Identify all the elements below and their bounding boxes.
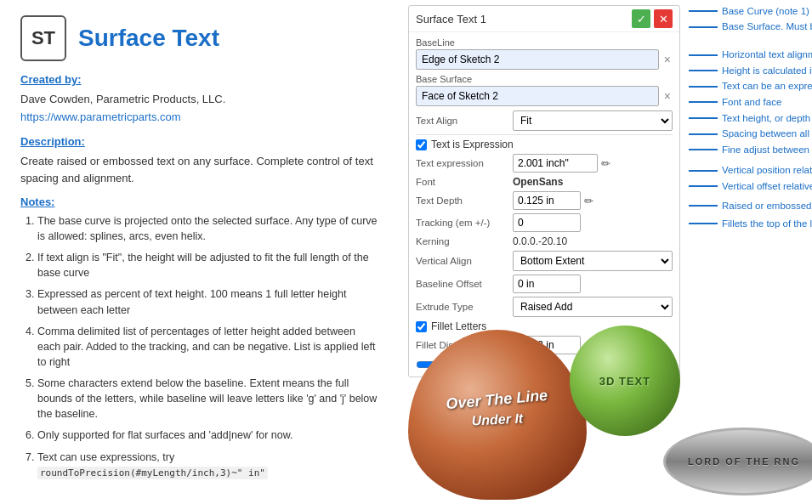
anno-dash-12 xyxy=(689,205,718,207)
baseline-offset-row: Baseline Offset xyxy=(416,275,673,293)
list-item: Comma delimited list of percentages of l… xyxy=(37,324,379,370)
annotations-area: Base Curve (note 1) Base Surface. Must b… xyxy=(689,5,812,233)
text-align-label: Text Align xyxy=(416,116,509,126)
anno-dash-8 xyxy=(689,133,718,135)
annotation-line-13: Fillets the top of the letters. (note 6) xyxy=(689,218,812,230)
baseline-input[interactable] xyxy=(416,49,659,70)
anno-dash-3 xyxy=(689,54,718,56)
tracking-row: Tracking (em +/-) xyxy=(416,213,673,232)
text-is-expression-label: Text is Expression xyxy=(431,139,514,150)
annotation-line-9: Fine adjust between each letter pair (no… xyxy=(689,144,812,156)
text-expression-row: Text expression ✏ xyxy=(416,154,673,173)
anno-text-5: Text can be an expression, (note 7) xyxy=(722,80,812,93)
anno-text-1: Base Curve (note 1) xyxy=(722,5,809,18)
annotation-line-3: Horizontal text alignment (note 2) xyxy=(689,48,812,61)
text-align-select[interactable]: Fit xyxy=(513,110,673,131)
edit-icon[interactable]: ✏ xyxy=(601,157,610,170)
copper-text-under: Under It xyxy=(471,411,523,428)
anno-dash-10 xyxy=(689,170,718,172)
baseline-offset-label: Baseline Offset xyxy=(416,279,509,289)
anno-dash-13 xyxy=(689,223,718,224)
anno-dash-2 xyxy=(689,26,718,28)
st-icon: ST xyxy=(20,15,66,61)
form-title-buttons: ✓ ✕ xyxy=(632,9,673,28)
baseline-offset-input[interactable] xyxy=(513,275,581,293)
list-item: Expressed as percent of text height. 100… xyxy=(37,286,379,317)
anno-text-6: Font and face xyxy=(722,96,781,109)
anno-text-12: Raised or embossed text xyxy=(722,200,812,212)
vertical-align-select[interactable]: Bottom Extent xyxy=(513,251,673,271)
form-title: Surface Text 1 xyxy=(416,13,486,25)
base-surface-input-row: × xyxy=(416,86,673,106)
anno-dash-5 xyxy=(689,86,718,88)
silver-ring-image: LORD OF THE RNG xyxy=(663,428,812,496)
anno-dash-6 xyxy=(689,101,718,103)
anno-dash-7 xyxy=(689,117,718,119)
anno-text-11: Vertical offset relative to base curve xyxy=(722,180,812,193)
text-depth-edit-icon[interactable]: ✏ xyxy=(584,195,593,207)
text-expression-label: Text expression xyxy=(416,158,509,168)
left-panel: ST Surface Text Created by: Dave Cowden,… xyxy=(0,0,400,504)
annotation-line-8: Spacing between all characters (note 3 ) xyxy=(689,127,812,140)
annotation-line-5: Text can be an expression, (note 7) xyxy=(689,80,812,93)
annotation-line-10: Vertical position relative to base curve… xyxy=(689,164,812,177)
base-surface-field-group: Base Surface × xyxy=(416,74,673,106)
ring-text: LORD OF THE RNG xyxy=(688,456,800,467)
author-info: Dave Cowden, Parametric Products, LLC. h… xyxy=(20,91,379,127)
anno-text-10: Vertical position relative to base curve… xyxy=(722,164,812,177)
text-depth-label: Text Depth xyxy=(416,195,509,206)
list-item: The base curve is projected onto the sel… xyxy=(37,213,379,244)
copper-text-over: Over The Line xyxy=(446,387,548,414)
anno-dash-11 xyxy=(689,185,718,187)
anno-text-7: Text height, or depth of cut if Type=Cut… xyxy=(722,112,812,125)
font-label: Font xyxy=(416,177,509,187)
tracking-label: Tracking (em +/-) xyxy=(416,218,509,228)
annotation-line-2: Base Surface. Must be a solid face for c… xyxy=(689,20,812,33)
text-depth-row: Text Depth ✏ xyxy=(416,191,673,210)
annotation-line-1: Base Curve (note 1) xyxy=(689,5,812,18)
extrude-type-row: Extrude Type Raised Add xyxy=(416,297,673,317)
text-is-expression-checkbox[interactable] xyxy=(416,139,427,150)
vertical-align-label: Vertical Align xyxy=(416,256,509,266)
anno-text-2: Base Surface. Must be a solid face for c… xyxy=(722,20,812,33)
tracking-input[interactable] xyxy=(513,213,581,232)
extrude-type-label: Extrude Type xyxy=(416,302,509,312)
baseline-label: BaseLine xyxy=(416,37,673,48)
base-surface-label: Base Surface xyxy=(416,74,673,84)
cancel-button[interactable]: ✕ xyxy=(654,9,673,28)
title-row: ST Surface Text xyxy=(20,15,379,61)
anno-dash-1 xyxy=(689,10,718,12)
confirm-button[interactable]: ✓ xyxy=(632,9,650,28)
list-item: Text can use expressions, try roundToPre… xyxy=(37,450,379,480)
list-item: Only supported for flat surfaces and 'ad… xyxy=(37,428,379,443)
description-text: Create raised or embossed text on any su… xyxy=(20,153,379,187)
kerning-label: Kerning xyxy=(416,236,509,246)
text-expression-input[interactable] xyxy=(513,154,598,173)
anno-text-13: Fillets the top of the letters. (note 6) xyxy=(722,218,812,230)
font-value: OpenSans xyxy=(513,176,563,188)
created-by-label: Created by: xyxy=(20,73,379,86)
page-title: Surface Text xyxy=(78,25,219,52)
text-depth-input[interactable] xyxy=(513,191,581,210)
baseline-input-row: × xyxy=(416,49,673,70)
author-url[interactable]: https://www.parametricparts.com xyxy=(20,110,181,123)
anno-text-4: Height is calculated if Text Align is Fi… xyxy=(722,65,812,77)
annotation-line-12: Raised or embossed text xyxy=(689,200,812,212)
anno-text-8: Spacing between all characters (note 3 ) xyxy=(722,127,812,140)
notes-label: Notes: xyxy=(20,195,379,208)
base-surface-clear-button[interactable]: × xyxy=(662,90,673,102)
text-align-row: Text Align Fit xyxy=(416,110,673,131)
kerning-row: Kerning 0.0.0.-20.10 xyxy=(416,235,673,247)
extrude-type-select[interactable]: Raised Add xyxy=(513,297,673,317)
annotation-line-4: Height is calculated if Text Align is Fi… xyxy=(689,65,812,77)
base-surface-input[interactable] xyxy=(416,86,659,106)
code-snippet: roundToPrecision(#myLength/inch,3)~" in" xyxy=(37,467,268,479)
baseline-clear-button[interactable]: × xyxy=(662,54,673,65)
anno-text-9: Fine adjust between each letter pair (no… xyxy=(722,144,812,156)
text-is-expression-row: Text is Expression xyxy=(416,139,673,150)
anno-dash-9 xyxy=(689,149,718,150)
right-panel: Surface Text 1 ✓ ✕ BaseLine × Bas xyxy=(400,0,812,504)
list-item: Some characters extend below the baselin… xyxy=(37,376,379,422)
images-area: Over The Line Under It 3D TEXT LORD OF T… xyxy=(400,317,812,504)
kerning-value: 0.0.0.-20.10 xyxy=(513,235,673,247)
